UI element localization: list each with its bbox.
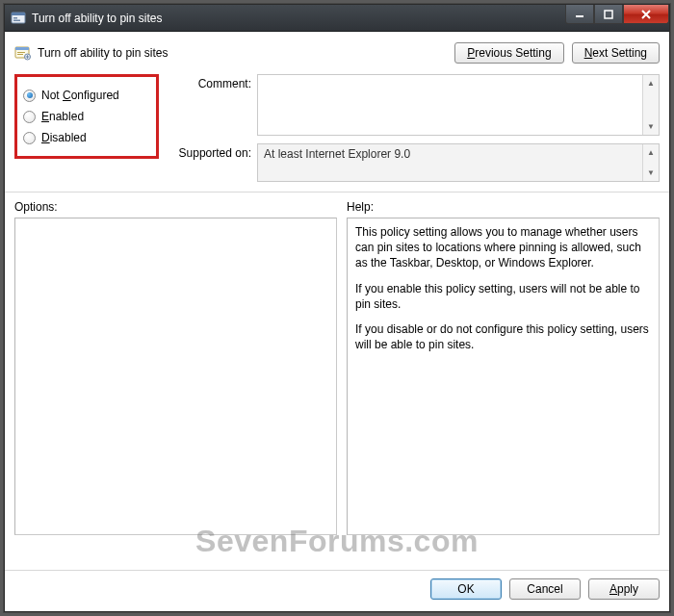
radio-icon xyxy=(23,111,36,123)
svg-rect-7 xyxy=(15,47,29,50)
maximize-button[interactable] xyxy=(594,5,623,24)
comment-label: Comment: xyxy=(165,74,251,90)
supported-on-text: At least Internet Explorer 9.0 xyxy=(258,144,642,181)
svg-rect-1 xyxy=(12,13,25,15)
cancel-label: Cancel xyxy=(527,582,562,596)
comment-scrollbar[interactable]: ▲ ▼ xyxy=(642,75,659,135)
radio-label: Not Configured xyxy=(41,89,119,102)
apply-accel: A xyxy=(609,582,617,596)
help-label: Help: xyxy=(347,200,660,214)
window-controls xyxy=(565,5,669,24)
svg-rect-4 xyxy=(576,15,583,17)
radio-label: Disabled xyxy=(41,131,87,144)
radio-icon xyxy=(23,132,36,144)
help-paragraph: If you disable or do not configure this … xyxy=(355,321,651,352)
next-setting-button[interactable]: Next Setting xyxy=(572,42,660,64)
supported-scrollbar[interactable]: ▲ ▼ xyxy=(642,144,659,181)
options-label: Options: xyxy=(14,200,337,214)
svg-rect-3 xyxy=(13,19,20,21)
apply-button[interactable]: Apply xyxy=(588,578,660,600)
client-area: Turn off ability to pin sites Previous S… xyxy=(5,32,669,611)
window-title: Turn off ability to pin sites xyxy=(32,12,162,25)
top-grid: Not Configured Enabled Disabled Comment:… xyxy=(14,74,660,182)
help-panel: This policy setting allows you to manage… xyxy=(347,218,660,535)
separator xyxy=(5,192,669,192)
close-button[interactable] xyxy=(623,5,669,24)
options-panel xyxy=(14,218,337,535)
panels: This policy setting allows you to manage… xyxy=(14,218,660,560)
scroll-down-button[interactable]: ▼ xyxy=(643,118,659,135)
scroll-up-button[interactable]: ▲ xyxy=(643,144,659,161)
comment-field[interactable]: ▲ ▼ xyxy=(257,74,660,136)
policy-name: Turn off ability to pin sites xyxy=(38,46,454,60)
ok-label: OK xyxy=(457,582,474,596)
supported-label: Supported on: xyxy=(165,143,251,160)
svg-rect-5 xyxy=(605,11,612,18)
svg-rect-9 xyxy=(17,54,23,55)
previous-setting-button[interactable]: Previous Setting xyxy=(454,42,563,64)
next-label: ext Setting xyxy=(592,46,647,60)
maximize-icon xyxy=(604,10,613,19)
header-row: Turn off ability to pin sites Previous S… xyxy=(14,41,660,64)
dialog-buttons: OK Cancel Apply xyxy=(14,578,660,602)
chevron-up-icon: ▲ xyxy=(647,80,655,88)
svg-rect-8 xyxy=(17,52,25,53)
state-radio-group: Not Configured Enabled Disabled xyxy=(14,74,159,159)
chevron-down-icon: ▼ xyxy=(647,169,655,177)
apply-label: pply xyxy=(617,582,638,596)
prev-label: revious Setting xyxy=(475,46,551,60)
chevron-up-icon: ▲ xyxy=(647,149,655,157)
help-paragraph: If you enable this policy setting, users… xyxy=(355,281,651,312)
minimize-icon xyxy=(575,10,584,19)
close-icon xyxy=(640,10,652,19)
cancel-button[interactable]: Cancel xyxy=(509,578,581,600)
minimize-button[interactable] xyxy=(565,5,594,24)
radio-icon xyxy=(23,90,36,102)
ok-button[interactable]: OK xyxy=(430,578,502,600)
radio-disabled[interactable]: Disabled xyxy=(23,127,150,148)
separator xyxy=(5,570,669,571)
nav-buttons: Previous Setting Next Setting xyxy=(454,42,660,64)
policy-icon xyxy=(14,44,32,62)
chevron-down-icon: ▼ xyxy=(647,123,655,131)
title-bar[interactable]: Turn off ability to pin sites xyxy=(5,5,669,32)
radio-label: Enabled xyxy=(41,110,84,123)
supported-on-field: At least Internet Explorer 9.0 ▲ ▼ xyxy=(257,143,660,182)
panel-labels: Options: Help: xyxy=(14,200,660,214)
svg-rect-2 xyxy=(13,17,17,19)
scroll-down-button[interactable]: ▼ xyxy=(643,165,659,181)
radio-not-configured[interactable]: Not Configured xyxy=(23,85,150,106)
scroll-up-button[interactable]: ▲ xyxy=(643,75,659,91)
next-accel: N xyxy=(584,46,593,60)
dialog-window: Turn off ability to pin sites xyxy=(4,4,670,612)
comment-text[interactable] xyxy=(258,75,642,135)
radio-enabled[interactable]: Enabled xyxy=(23,106,150,127)
help-paragraph: This policy setting allows you to manage… xyxy=(355,224,651,271)
system-icon xyxy=(11,11,26,26)
